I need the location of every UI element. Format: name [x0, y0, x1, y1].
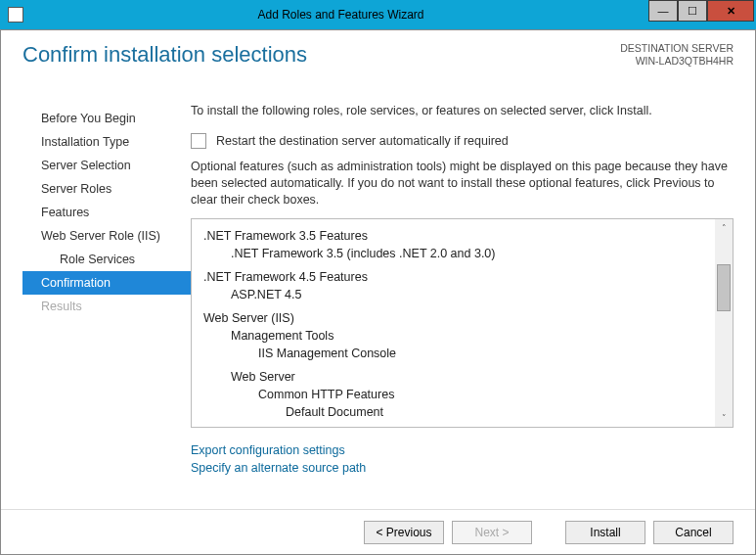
next-button: Next > — [452, 521, 532, 544]
list-item: .NET Framework 3.5 (includes .NET 2.0 an… — [231, 245, 733, 262]
list-item: IIS Management Console — [258, 345, 733, 362]
nav-role-services[interactable]: Role Services — [22, 248, 191, 271]
links: Export configuration settings Specify an… — [191, 428, 734, 477]
nav-before-you-begin[interactable]: Before You Begin — [22, 107, 191, 130]
scroll-down-icon[interactable]: ˅ — [715, 409, 733, 427]
install-button[interactable]: Install — [565, 521, 645, 544]
destination-server: WIN-LAD3QTBH4HR — [620, 55, 734, 68]
nav-server-roles[interactable]: Server Roles — [22, 177, 191, 201]
intro-text: To install the following roles, role ser… — [191, 103, 734, 119]
list-item: ASP.NET 4.5 — [231, 286, 733, 303]
nav-server-selection[interactable]: Server Selection — [22, 154, 191, 177]
list-item: Web Server — [231, 368, 733, 386]
window-controls: — ☐ ✕ — [648, 0, 754, 22]
close-button[interactable]: ✕ — [707, 0, 754, 22]
scroll-thumb[interactable] — [717, 264, 731, 311]
wizard-frame: Confirm installation selections DESTINAT… — [0, 29, 756, 555]
optional-text: Optional features (such as administratio… — [191, 159, 734, 208]
nav-installation-type[interactable]: Installation Type — [22, 130, 191, 154]
features-listbox[interactable]: .NET Framework 3.5 Features .NET Framewo… — [191, 218, 734, 428]
scroll-track[interactable] — [715, 237, 733, 409]
cancel-button[interactable]: Cancel — [653, 521, 734, 544]
page-title: Confirm installation selections — [22, 42, 307, 68]
main-content: To install the following roles, role ser… — [191, 89, 734, 509]
sidebar: Before You Begin Installation Type Serve… — [22, 89, 191, 509]
destination-label: DESTINATION SERVER — [620, 42, 734, 55]
previous-button[interactable]: < Previous — [364, 521, 444, 544]
header: Confirm installation selections DESTINAT… — [1, 30, 755, 89]
list-item: Default Document — [286, 403, 733, 421]
minimize-button[interactable]: — — [648, 0, 678, 22]
nav-web-server-role[interactable]: Web Server Role (IIS) — [22, 224, 191, 248]
export-config-link[interactable]: Export configuration settings — [191, 441, 734, 459]
window-icon — [8, 7, 23, 23]
nav-features[interactable]: Features — [22, 201, 191, 224]
footer: < Previous Next > Install Cancel — [1, 509, 755, 554]
restart-checkbox[interactable] — [191, 133, 206, 149]
list-item: .NET Framework 4.5 Features — [203, 268, 733, 286]
nav-results: Results — [22, 295, 191, 318]
window-title: Add Roles and Features Wizard — [23, 8, 658, 22]
maximize-button[interactable]: ☐ — [678, 0, 707, 22]
destination-info: DESTINATION SERVER WIN-LAD3QTBH4HR — [620, 42, 734, 68]
scrollbar[interactable]: ˄ ˅ — [715, 219, 733, 427]
list-item: Management Tools — [231, 327, 733, 345]
body: Before You Begin Installation Type Serve… — [1, 89, 755, 509]
alt-path-link[interactable]: Specify an alternate source path — [191, 459, 734, 477]
list-item: Web Server (IIS) — [203, 309, 733, 327]
restart-row: Restart the destination server automatic… — [191, 133, 734, 149]
scroll-up-icon[interactable]: ˄ — [715, 219, 733, 237]
titlebar: Add Roles and Features Wizard — ☐ ✕ — [0, 0, 756, 29]
list-item: Common HTTP Features — [258, 386, 733, 403]
list-item: .NET Framework 3.5 Features — [203, 227, 733, 245]
nav-confirmation[interactable]: Confirmation — [22, 271, 191, 295]
restart-label: Restart the destination server automatic… — [216, 134, 509, 148]
